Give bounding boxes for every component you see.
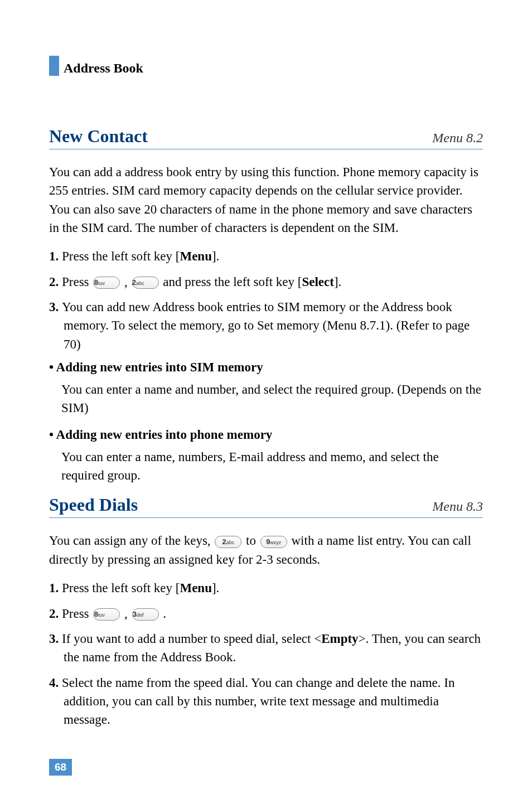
step-number: 1.	[49, 581, 62, 595]
header-title: Address Book	[64, 61, 143, 76]
intro-paragraph: You can add a address book entry by usin…	[49, 163, 483, 237]
step-2: 2. Press 8tuv , 2abc and press the left …	[49, 273, 483, 291]
page-number: 68	[49, 759, 72, 776]
step-3: 3. You can add new Address book entries …	[49, 298, 483, 354]
key-3-icon: 3def	[132, 608, 159, 621]
step-text-bold: Menu	[180, 249, 212, 263]
step-text-mid: ,	[121, 275, 130, 289]
key-8-icon: 8tuv	[93, 277, 120, 289]
section-heading-new-contact: New Contact Menu 8.2	[49, 126, 483, 149]
step-2: 2. Press 8tuv , 3def .	[49, 604, 483, 623]
key-8-icon: 8tuv	[93, 608, 120, 621]
menu-number: Menu 8.2	[432, 130, 483, 146]
step-number: 3.	[49, 300, 62, 314]
section-title: New Contact	[49, 126, 148, 147]
key-2-icon: 2abc	[215, 536, 241, 548]
bullet-heading-sim: • Adding new entries into SIM memory	[49, 360, 483, 375]
section-heading-speed-dials: Speed Dials Menu 8.3	[49, 495, 483, 518]
step-text: You can add new Address book entries to …	[62, 300, 470, 351]
intro-paragraph: You can assign any of the keys, 2abc to …	[49, 531, 483, 569]
bullet-body-sim: You can enter a name and number, and sel…	[49, 380, 483, 418]
step-text-post: ].	[212, 249, 219, 263]
step-text-bold: Empty	[321, 632, 358, 646]
step-text-post: ].	[212, 581, 219, 595]
page-header: Address Book	[49, 56, 483, 76]
step-text-post: ].	[334, 275, 341, 289]
key-9-icon: 9wxyz	[260, 536, 287, 548]
step-text-mid: ,	[121, 607, 130, 621]
step-text-pre: Press the left soft key [	[62, 249, 180, 263]
step-number: 2.	[49, 275, 62, 289]
step-1: 1. Press the left soft key [Menu].	[49, 247, 483, 265]
key-2-icon: 2abc	[132, 277, 159, 289]
step-text-bold: Select	[302, 275, 333, 289]
step-text-pre: Press	[62, 607, 92, 621]
step-text-pre: Press the left soft key [	[62, 581, 180, 595]
step-text-pre: If you want to add a number to speed dia…	[62, 632, 321, 646]
step-text-pre: Press	[62, 275, 92, 289]
step-number: 4.	[49, 676, 62, 690]
step-text-mid2: and press the left soft key [	[160, 275, 302, 289]
step-number: 2.	[49, 607, 62, 621]
menu-number: Menu 8.3	[432, 499, 483, 514]
step-1: 1. Press the left soft key [Menu].	[49, 579, 483, 597]
step-4: 4. Select the name from the speed dial. …	[49, 674, 483, 729]
step-3: 3. If you want to add a number to speed …	[49, 629, 483, 667]
bullet-body-phone: You can enter a name, numbers, E-mail ad…	[49, 448, 483, 485]
intro-mid: to	[243, 534, 259, 548]
step-number: 3.	[49, 632, 62, 646]
section-title: Speed Dials	[49, 495, 138, 515]
step-text: Select the name from the speed dial. You…	[62, 676, 454, 727]
step-number: 1.	[49, 249, 62, 263]
intro-pre: You can assign any of the keys,	[49, 534, 214, 548]
step-text-post: .	[160, 607, 167, 621]
step-text-bold: Menu	[180, 581, 212, 595]
bullet-heading-phone: • Adding new entries into phone memory	[49, 428, 483, 442]
header-accent-block	[49, 56, 59, 76]
